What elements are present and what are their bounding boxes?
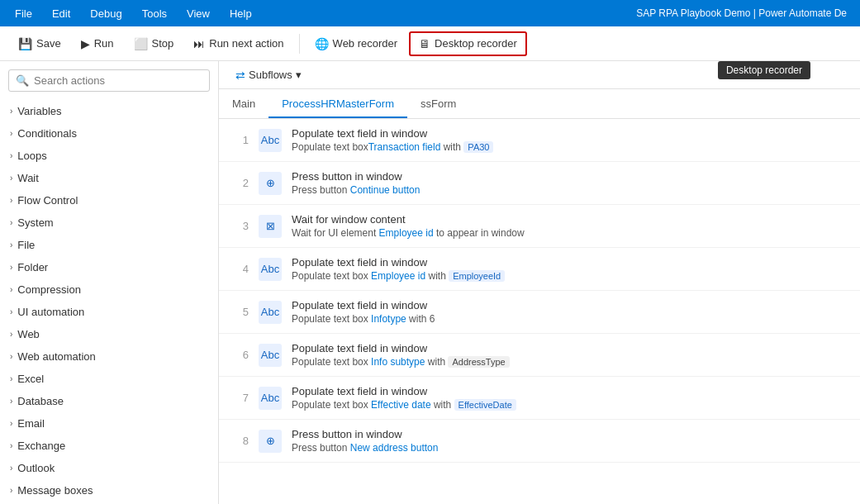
stop-button[interactable]: ⬜ Stop — [126, 33, 183, 55]
step-title: Populate text field in window — [292, 385, 847, 397]
subflows-icon: ⇄ — [235, 69, 245, 82]
step-link: Effective date — [371, 399, 431, 411]
steps-list: 1AbcPopulate text field in windowPopulat… — [219, 119, 860, 504]
tab-main[interactable]: Main — [219, 91, 268, 118]
menu-edit[interactable]: Edit — [44, 4, 78, 23]
step-content: Press button in windowPress button Conti… — [292, 170, 847, 196]
sidebar-item-database[interactable]: ›Database — [0, 390, 218, 412]
search-box[interactable]: 🔍 — [8, 69, 210, 92]
table-row[interactable]: 2⊕Press button in windowPress button Con… — [219, 162, 860, 205]
step-link: New address button — [350, 442, 439, 454]
sidebar-group-label: Message boxes — [17, 484, 93, 497]
sidebar-group-label: Exchange — [17, 440, 65, 452]
sidebar-group-label: Flow Control — [17, 194, 78, 207]
search-icon: 🔍 — [16, 74, 29, 87]
toolbar-separator — [299, 34, 300, 54]
sidebar-group-label: Variables — [17, 105, 61, 117]
step-content: Populate text field in windowPopulate te… — [292, 385, 847, 411]
step-title: Wait for window content — [292, 213, 847, 226]
step-number: 3 — [232, 220, 249, 232]
sidebar-group-label: Web — [17, 328, 40, 340]
menu-tools[interactable]: Tools — [134, 4, 175, 23]
step-title: Press button in window — [292, 428, 847, 440]
chevron-icon: › — [10, 196, 12, 205]
chevron-icon: › — [10, 374, 12, 383]
sidebar-item-variables[interactable]: ›Variables — [0, 100, 218, 122]
table-row[interactable]: 3⊠Wait for window contentWait for UI ele… — [219, 205, 860, 248]
table-row[interactable]: 6AbcPopulate text field in windowPopulat… — [219, 334, 860, 377]
web-recorder-button[interactable]: 🌐 Web recorder — [306, 33, 406, 55]
sidebar-item-exchange[interactable]: ›Exchange — [0, 435, 218, 457]
table-row[interactable]: 4AbcPopulate text field in windowPopulat… — [219, 248, 860, 291]
step-number: 1 — [232, 134, 249, 146]
sidebar-item-message-boxes[interactable]: ›Message boxes — [0, 479, 218, 502]
step-number: 2 — [232, 177, 249, 189]
menu-file[interactable]: File — [7, 4, 40, 23]
web-recorder-label: Web recorder — [333, 37, 398, 50]
sidebar-item-excel[interactable]: ›Excel — [0, 368, 218, 390]
desktop-recorder-button[interactable]: 🖥 Desktop recorder — [409, 31, 527, 56]
sidebar-item-web[interactable]: ›Web — [0, 323, 218, 345]
menu-view[interactable]: View — [178, 4, 218, 23]
sidebar-group-label: Folder — [17, 261, 48, 273]
sidebar-item-outlook[interactable]: ›Outlook — [0, 457, 218, 479]
sidebar-group-label: System — [17, 216, 53, 229]
table-row[interactable]: 5AbcPopulate text field in windowPopulat… — [219, 291, 860, 334]
step-content: Populate text field in windowPopulate te… — [292, 127, 847, 153]
step-icon: Abc — [259, 301, 282, 324]
sidebar-item-email[interactable]: ›Email — [0, 412, 218, 435]
step-desc: Populate text box Info subtype with Addr… — [292, 356, 847, 368]
chevron-icon: › — [10, 107, 12, 116]
step-link: Transaction field — [368, 141, 441, 153]
sidebar-item-flow-control[interactable]: ›Flow Control — [0, 189, 218, 212]
step-content: Populate text field in windowPopulate te… — [292, 299, 847, 325]
sidebar-group-label: UI automation — [17, 306, 84, 318]
step-icon: Abc — [259, 344, 282, 367]
sidebar-item-ui-automation[interactable]: ›UI automation — [0, 301, 218, 323]
menu-help[interactable]: Help — [221, 4, 260, 23]
subflows-button[interactable]: ⇄ Subflows ▾ — [229, 65, 308, 85]
run-next-button[interactable]: ⏭ Run next action — [185, 33, 292, 55]
step-icon: Abc — [259, 387, 282, 410]
table-row[interactable]: 1AbcPopulate text field in windowPopulat… — [219, 119, 860, 162]
step-badge: 6 — [430, 313, 435, 325]
sidebar-group-label: Outlook — [17, 462, 55, 474]
step-icon: Abc — [259, 258, 282, 281]
step-content: Populate text field in windowPopulate te… — [292, 342, 847, 368]
step-link: Info subtype — [371, 356, 425, 368]
sidebar-group-label: Wait — [17, 172, 39, 184]
menu-bar: File Edit Debug Tools View Help SAP RPA … — [0, 0, 860, 26]
chevron-icon: › — [10, 307, 12, 316]
menu-debug[interactable]: Debug — [82, 4, 130, 23]
sidebar-group-label: Compression — [17, 283, 81, 296]
step-badge: PA30 — [463, 141, 493, 153]
search-input[interactable] — [34, 74, 202, 87]
subflows-bar: ⇄ Subflows ▾ — [219, 61, 860, 89]
table-row[interactable]: 7AbcPopulate text field in windowPopulat… — [219, 377, 860, 420]
step-icon: Abc — [259, 129, 282, 152]
content-area: ⇄ Subflows ▾ MainProcessHRMasterFormssFo… — [219, 61, 860, 504]
run-button[interactable]: ▶ Run — [73, 33, 122, 55]
tab-processHR[interactable]: ProcessHRMasterForm — [268, 91, 407, 118]
sidebar-item-system[interactable]: ›System — [0, 212, 218, 234]
sidebar-group-label: Email — [17, 417, 45, 430]
chevron-icon: › — [10, 174, 12, 183]
save-button[interactable]: 💾 Save — [10, 33, 69, 55]
sidebar-item-file[interactable]: ›File — [0, 234, 218, 256]
step-icon: ⊠ — [259, 215, 282, 238]
tab-ssForm[interactable]: ssForm — [407, 91, 469, 118]
step-badge: AddressType — [448, 356, 509, 368]
step-number: 7 — [232, 392, 249, 404]
sidebar-item-web-automation[interactable]: ›Web automation — [0, 345, 218, 368]
sidebar-item-compression[interactable]: ›Compression — [0, 278, 218, 301]
sidebar-item-conditionals[interactable]: ›Conditionals — [0, 122, 218, 145]
stop-icon: ⬜ — [134, 37, 148, 50]
tabs-bar: MainProcessHRMasterFormssForm — [219, 89, 860, 119]
sidebar-item-wait[interactable]: ›Wait — [0, 167, 218, 189]
chevron-icon: › — [10, 263, 12, 272]
step-desc: Wait for UI element Employee id to appea… — [292, 227, 847, 239]
sidebar-item-folder[interactable]: ›Folder — [0, 256, 218, 278]
step-desc: Press button Continue button — [292, 184, 847, 196]
sidebar-item-loops[interactable]: ›Loops — [0, 145, 218, 167]
table-row[interactable]: 8⊕Press button in windowPress button New… — [219, 420, 860, 463]
